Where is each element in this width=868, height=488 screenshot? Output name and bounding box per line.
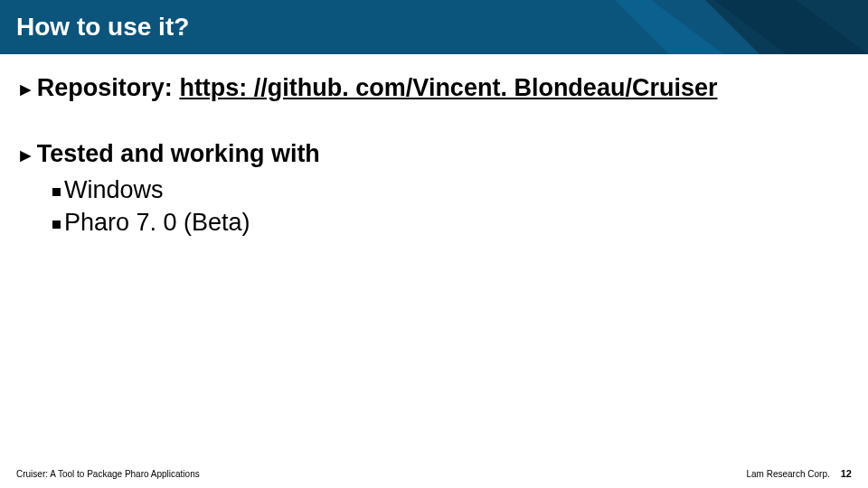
title-corner-graphic [615, 0, 868, 54]
tested-label: Tested and working with [37, 140, 320, 167]
list-item-label: Pharo 7. 0 (Beta) [64, 209, 250, 236]
footer-right: Lam Research Corp. 12 [746, 468, 852, 479]
footer-company: Lam Research Corp. [746, 469, 829, 479]
slide-body: ►Repository: https: //github. com/Vincen… [0, 54, 868, 239]
title-bar: How to use it? [0, 0, 868, 54]
repository-line: ►Repository: https: //github. com/Vincen… [16, 74, 852, 102]
list-item: Windows [52, 174, 852, 206]
repository-label: Repository: [37, 74, 173, 101]
list-item: Pharo 7. 0 (Beta) [52, 206, 852, 239]
repository-link[interactable]: https: //github. com/Vincent. Blondeau/C… [179, 74, 717, 101]
triangle-bullet-icon: ► [16, 79, 35, 100]
square-bullet-icon [52, 188, 61, 196]
square-bullet-icon [52, 221, 61, 229]
triangle-bullet-icon: ► [16, 145, 35, 166]
footer: Cruiser: A Tool to Package Pharo Applica… [16, 468, 852, 479]
list-item-label: Windows [64, 176, 164, 203]
footer-left: Cruiser: A Tool to Package Pharo Applica… [16, 469, 200, 479]
page-number: 12 [841, 468, 852, 479]
slide-title: How to use it? [16, 13, 189, 42]
tested-line: ►Tested and working with [16, 140, 852, 168]
slide: How to use it? ►Repository: https: //git… [0, 0, 868, 488]
tested-list: Windows Pharo 7. 0 (Beta) [16, 174, 852, 239]
